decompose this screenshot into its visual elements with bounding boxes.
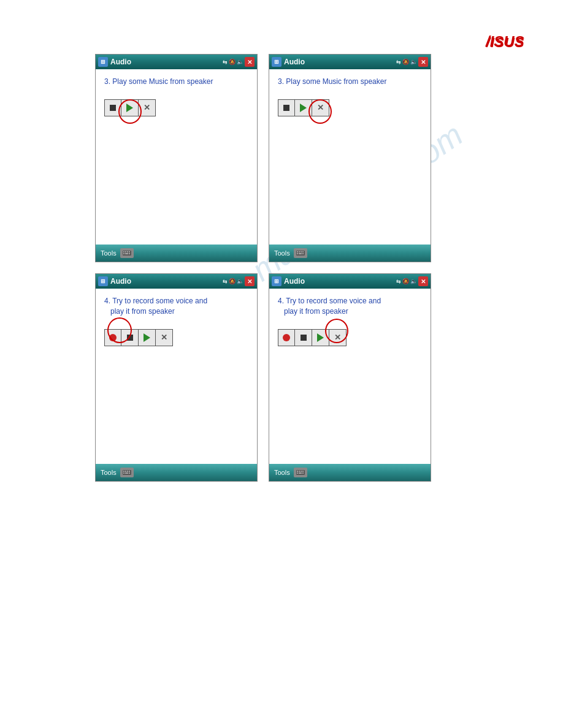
record-button[interactable] <box>104 329 121 346</box>
window-content-top-right: 3. Play some Music from speaker ✕ <box>269 69 431 245</box>
stop-button-2[interactable] <box>278 99 295 116</box>
window-title-4: Audio <box>284 277 305 286</box>
svg-rect-27 <box>297 471 298 472</box>
windows-icon-4: ⊞ <box>272 276 282 286</box>
close-media-button-3[interactable]: ✕ <box>156 329 173 346</box>
close-button[interactable]: ✕ <box>245 57 255 67</box>
svg-rect-6 <box>129 251 130 252</box>
x-icon-2: ✕ <box>317 103 324 112</box>
title-bar-left-4: ⊞ Audio <box>272 276 396 286</box>
x-icon-3: ✕ <box>161 333 167 342</box>
toolbar-bottom-right: Tools <box>269 464 431 481</box>
play-button-4[interactable] <box>312 329 329 346</box>
connectivity-icon-3: ⇆ <box>223 278 228 284</box>
volume-icon-3: 🔈 <box>237 278 243 284</box>
svg-rect-25 <box>129 472 130 474</box>
signal-icon: 🔕 <box>229 59 236 65</box>
svg-rect-7 <box>123 253 124 254</box>
close-media-button-2[interactable]: ✕ <box>312 99 329 116</box>
play-button-2[interactable] <box>295 99 312 116</box>
toolbar-label-3: Tools <box>101 469 117 476</box>
stop-icon-4 <box>301 335 307 341</box>
title-bar-top-right: ⊞ Audio ⇆ 🔕 🔈 ✕ <box>269 55 431 69</box>
stop-icon-2 <box>283 105 289 111</box>
svg-rect-12 <box>299 251 300 252</box>
svg-rect-21 <box>127 471 128 472</box>
windows-icon-3: ⊞ <box>98 276 108 286</box>
step-instruction: 3. Play some Music from speaker <box>104 77 248 87</box>
play-icon-2 <box>300 104 307 112</box>
svg-text:/ISUS: /ISUS <box>485 33 524 50</box>
play-icon <box>126 104 133 112</box>
toolbar-label-2: Tools <box>274 249 290 257</box>
play-button[interactable] <box>121 99 139 116</box>
close-button-4[interactable]: ✕ <box>418 276 428 286</box>
window-title: Audio <box>110 58 131 66</box>
close-button-3[interactable]: ✕ <box>245 276 255 286</box>
stop-button-3[interactable] <box>121 329 139 346</box>
window-content-bottom-left: 4. Try to record some voice and play it … <box>96 289 257 464</box>
stop-button-4[interactable] <box>295 329 312 346</box>
close-media-button[interactable]: ✕ <box>139 99 156 116</box>
signal-icon-4: 🔕 <box>402 278 409 284</box>
svg-rect-22 <box>129 471 130 472</box>
volume-icon-4: 🔈 <box>410 278 417 284</box>
svg-rect-23 <box>123 472 124 474</box>
title-bar-left-2: ⊞ Audio <box>272 57 396 67</box>
title-bar-bottom-right: ⊞ Audio ⇆ 🔕 🔈 ✕ <box>269 274 431 289</box>
svg-rect-29 <box>301 471 302 472</box>
window-top-left: ⊞ Audio ⇆ 🔕 🔈 ✕ 3. Play some Music from … <box>95 54 258 262</box>
svg-rect-15 <box>297 253 298 254</box>
stop-button[interactable] <box>104 99 121 116</box>
svg-rect-17 <box>302 253 304 254</box>
x-icon: ✕ <box>144 103 150 112</box>
media-controls-bottom-right: ✕ <box>278 329 422 346</box>
window-content-top-left: 3. Play some Music from speaker ✕ <box>96 69 257 245</box>
svg-rect-5 <box>127 251 128 252</box>
close-media-button-4[interactable]: ✕ <box>329 329 347 346</box>
svg-rect-9 <box>129 253 130 254</box>
volume-icon: 🔈 <box>237 59 243 65</box>
window-title-3: Audio <box>110 277 131 286</box>
svg-rect-16 <box>299 253 302 254</box>
close-button-2[interactable]: ✕ <box>418 57 428 67</box>
title-bar-icons-4: ⇆ 🔕 🔈 ✕ <box>396 276 428 286</box>
title-bar-icons: ⇆ 🔕 🔈 ✕ <box>223 57 255 67</box>
title-bar-icons-3: ⇆ 🔕 🔈 ✕ <box>223 276 255 286</box>
connectivity-icon-4: ⇆ <box>396 278 401 284</box>
toolbar-label-4: Tools <box>274 469 290 476</box>
title-bar-left-3: ⊞ Audio <box>98 276 223 286</box>
windows-grid: ⊞ Audio ⇆ 🔕 🔈 ✕ 3. Play some Music from … <box>95 54 431 482</box>
svg-rect-33 <box>302 472 304 474</box>
keyboard-icon-2[interactable] <box>294 248 307 258</box>
media-controls-top-right: ✕ <box>278 99 422 116</box>
record-icon <box>109 334 117 341</box>
media-controls-bottom-left: ✕ <box>104 329 248 346</box>
record-button-2[interactable] <box>278 329 295 346</box>
svg-rect-3 <box>123 251 124 252</box>
toolbar-top-left: Tools <box>96 245 257 262</box>
asus-brand-logo: /ISUS <box>484 32 534 53</box>
window-top-right: ⊞ Audio ⇆ 🔕 🔈 ✕ 3. Play some Music from … <box>269 54 431 262</box>
window-bottom-left: ⊞ Audio ⇆ 🔕 🔈 ✕ 4. Try to record some vo… <box>95 273 258 482</box>
svg-rect-11 <box>297 251 298 252</box>
toolbar-top-right: Tools <box>269 245 431 262</box>
window-title-2: Audio <box>284 58 305 66</box>
svg-rect-19 <box>123 471 124 472</box>
stop-icon <box>110 105 116 111</box>
window-content-bottom-right: 4. Try to record some voice and play it … <box>269 289 431 464</box>
keyboard-icon-4[interactable] <box>294 468 307 477</box>
play-icon-3 <box>144 333 150 342</box>
signal-icon-2: 🔕 <box>402 59 409 65</box>
connectivity-icon: ⇆ <box>223 59 228 65</box>
play-icon-4 <box>317 333 324 342</box>
title-bar-left: ⊞ Audio <box>98 57 223 67</box>
play-button-3[interactable] <box>139 329 156 346</box>
step-instruction-4: 4. Try to record some voice and play it … <box>278 296 422 317</box>
keyboard-icon-3[interactable] <box>120 468 134 477</box>
svg-rect-14 <box>302 251 304 252</box>
keyboard-icon[interactable] <box>120 248 134 258</box>
windows-icon: ⊞ <box>98 57 108 67</box>
windows-icon-2: ⊞ <box>272 57 282 67</box>
x-icon-4: ✕ <box>334 333 341 342</box>
